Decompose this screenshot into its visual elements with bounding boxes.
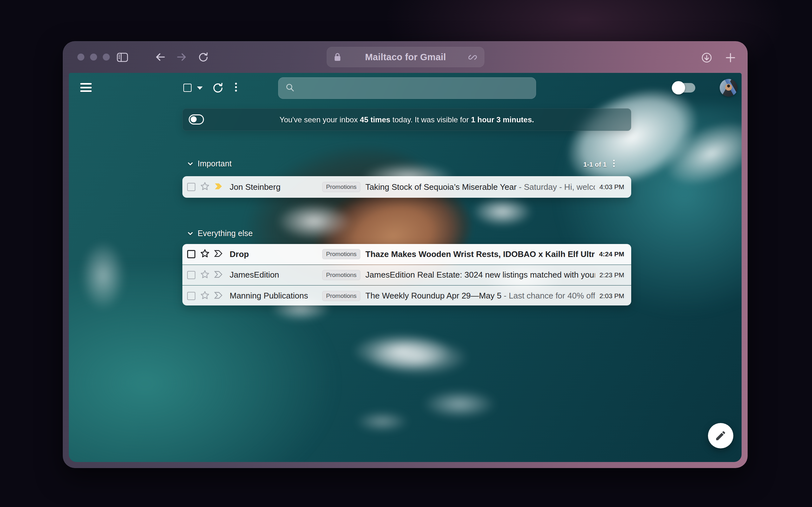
row-checkbox[interactable]: [187, 183, 195, 191]
email-time: 2:23 PM: [600, 271, 624, 279]
email-row[interactable]: JamesEdition Promotions JamesEdition Rea…: [183, 265, 631, 285]
importance-marker-icon[interactable]: [214, 182, 223, 192]
refresh-icon[interactable]: [212, 82, 223, 95]
email-list-important: Jon Steinberg Promotions Taking Stock of…: [183, 176, 631, 198]
email-time: 2:03 PM: [600, 292, 624, 300]
email-subject: Thaze Makes Wooden Wrist Rests, IDOBAO x…: [365, 249, 595, 259]
importance-marker-icon[interactable]: [214, 270, 223, 280]
email-sender: Drop: [230, 249, 318, 259]
email-row[interactable]: Jon Steinberg Promotions Taking Stock of…: [183, 176, 631, 198]
ocean-photo-foam: [310, 314, 551, 459]
back-icon[interactable]: [155, 52, 165, 62]
page-title: Mailtaco for Gmail: [365, 52, 446, 62]
section-header-important[interactable]: Important: [188, 159, 232, 168]
section-more-icon[interactable]: [613, 160, 615, 167]
address-bar[interactable]: Mailtaco for Gmail: [327, 47, 484, 67]
ocean-photo-foam: [69, 193, 183, 358]
promotions-chip[interactable]: Promotions: [322, 291, 360, 301]
select-all-checkbox[interactable]: [183, 83, 192, 92]
select-dropdown-caret[interactable]: [197, 87, 203, 90]
toggle-knob[interactable]: [672, 81, 685, 95]
banner-text: You've seen your inbox 45 times today. I…: [280, 115, 534, 124]
chevron-down-icon[interactable]: [188, 161, 193, 167]
promotions-chip[interactable]: Promotions: [322, 270, 360, 280]
row-checkbox[interactable]: [187, 250, 195, 258]
link-icon[interactable]: [468, 52, 478, 63]
browser-window: Mailtaco for Gmail: [63, 41, 748, 468]
star-icon[interactable]: [200, 269, 210, 281]
search-icon: [285, 83, 295, 94]
promotions-chip[interactable]: Promotions: [322, 249, 360, 259]
avatar[interactable]: [720, 79, 738, 97]
downloads-icon[interactable]: [701, 52, 712, 63]
banner-toggle-icon[interactable]: [189, 114, 204, 124]
sidebar-toggle-icon[interactable]: [117, 52, 128, 62]
webview: You've seen your inbox 45 times today. I…: [69, 73, 742, 462]
lock-icon: [334, 52, 341, 63]
pencil-icon: [715, 430, 727, 442]
chevron-down-icon[interactable]: [188, 231, 193, 236]
new-tab-icon[interactable]: [725, 52, 736, 63]
inbox-stats-banner: You've seen your inbox 45 times today. I…: [183, 108, 631, 131]
minimize-button[interactable]: [90, 54, 97, 60]
menu-icon[interactable]: [80, 83, 92, 92]
section-header-everything-else[interactable]: Everything else: [188, 229, 253, 238]
reload-icon[interactable]: [198, 52, 209, 63]
zoom-button[interactable]: [103, 54, 110, 60]
email-row[interactable]: Manning Publications Promotions The Week…: [183, 285, 631, 305]
email-row[interactable]: Drop Promotions Thaze Makes Wooden Wrist…: [183, 244, 631, 265]
row-checkbox[interactable]: [187, 271, 195, 279]
importance-marker-icon[interactable]: [214, 249, 223, 259]
more-options-icon[interactable]: [235, 83, 237, 92]
traffic-lights: [78, 54, 110, 60]
pagination-count: 1-1 of 1: [583, 161, 607, 168]
email-subject: JamesEdition Real Estate: 3024 new listi…: [365, 270, 595, 280]
email-time: 4:24 PM: [599, 250, 624, 258]
forward-icon[interactable]: [176, 52, 187, 62]
email-sender: Manning Publications: [230, 291, 318, 301]
section-label: Important: [198, 159, 232, 168]
close-button[interactable]: [78, 54, 84, 60]
email-sender: JamesEdition: [230, 270, 318, 280]
star-icon[interactable]: [200, 290, 210, 302]
browser-titlebar: Mailtaco for Gmail: [63, 41, 748, 73]
email-subject: Taking Stock of Sequoia’s Miserable Year…: [365, 182, 595, 192]
email-list-everything-else: Drop Promotions Thaze Makes Wooden Wrist…: [183, 244, 631, 305]
theme-toggle[interactable]: [672, 83, 695, 93]
compose-button[interactable]: [708, 423, 733, 448]
star-icon[interactable]: [200, 181, 210, 193]
email-time: 4:03 PM: [600, 183, 624, 191]
search-input[interactable]: [278, 77, 536, 99]
promotions-chip[interactable]: Promotions: [322, 182, 360, 192]
email-subject: The Weekly Roundup Apr 29—May 5 - Last c…: [365, 291, 595, 301]
importance-marker-icon[interactable]: [214, 291, 223, 301]
email-sender: Jon Steinberg: [230, 182, 318, 192]
row-checkbox[interactable]: [187, 292, 195, 300]
star-icon[interactable]: [200, 248, 210, 260]
section-label: Everything else: [198, 229, 253, 238]
